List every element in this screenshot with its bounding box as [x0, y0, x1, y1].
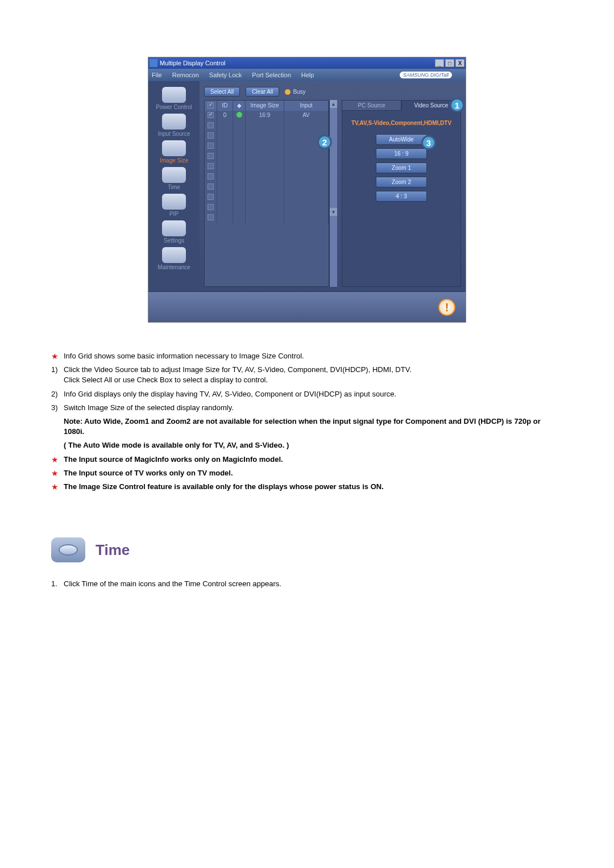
- tab-pc-source[interactable]: PC Source: [342, 100, 401, 111]
- table-row[interactable]: [205, 141, 329, 152]
- row-checkbox[interactable]: [208, 204, 214, 210]
- right-panel: PC Source Video Source 1 TV,AV,S-Video,C…: [342, 100, 461, 287]
- sidebar-item-label: Input Source: [151, 131, 197, 137]
- window-title: Multiple Display Control: [160, 60, 435, 66]
- brand-label: SAMSUNG DIGITall: [400, 72, 452, 78]
- menu-safety-lock[interactable]: Safety Lock: [209, 72, 242, 78]
- settings-icon: [162, 220, 186, 236]
- scroll-up-icon[interactable]: ▲: [330, 100, 337, 108]
- time-heading-icon-inner: [59, 544, 78, 556]
- cell-id: 0: [217, 111, 233, 121]
- callout-1: 1: [450, 98, 464, 112]
- row-checkbox[interactable]: [208, 194, 214, 200]
- sidebar-item-label: Image Size: [151, 157, 197, 164]
- table-row[interactable]: [205, 131, 329, 141]
- minimize-button[interactable]: _: [435, 59, 444, 67]
- doc-text: The Image Size Control feature is availa…: [64, 482, 384, 491]
- doc-line: The Image Size Control feature is availa…: [51, 482, 563, 492]
- menu-port-selection[interactable]: Port Selection: [252, 72, 291, 78]
- select-all-button[interactable]: Select All: [204, 87, 240, 97]
- sidebar-item-time[interactable]: Time: [151, 167, 197, 190]
- row-checkbox[interactable]: [208, 132, 214, 139]
- menu-file[interactable]: File: [152, 72, 162, 78]
- doc-note: Note: Auto Wide, Zoom1 and Zoom2 are not…: [51, 416, 563, 437]
- image-size-icon: [162, 140, 186, 156]
- maximize-button[interactable]: □: [445, 59, 454, 67]
- doc-num: 3): [51, 403, 58, 413]
- cell-size: 16:9: [246, 111, 284, 121]
- doc-line: 1.Click Time of the main icons and the T…: [51, 579, 563, 588]
- row-checkbox[interactable]: [208, 183, 214, 190]
- doc-text: Click the Video Source tab to adjust Ima…: [64, 365, 412, 374]
- doc-text: Switch Image Size of the selected displa…: [64, 403, 234, 412]
- table-row[interactable]: [205, 193, 329, 203]
- close-button[interactable]: X: [455, 59, 464, 67]
- callout-2: 2: [317, 135, 332, 149]
- clear-all-button[interactable]: Clear All: [246, 87, 279, 97]
- option-4-3[interactable]: 4 : 3: [376, 191, 427, 202]
- row-checkbox[interactable]: [208, 112, 214, 118]
- app-window: Multiple Display Control _ □ X File Remo…: [148, 57, 466, 323]
- row-checkbox[interactable]: [208, 153, 214, 159]
- sidebar-item-pip[interactable]: PIP: [151, 194, 197, 217]
- doc-body: Info Grid shows some basic information n…: [51, 351, 563, 588]
- row-checkbox[interactable]: [208, 163, 214, 169]
- menu-remocon[interactable]: Remocon: [172, 72, 199, 78]
- col-image-size: Image Size: [246, 101, 284, 111]
- option-zoom1[interactable]: Zoom 1: [376, 162, 427, 173]
- doc-num: 2): [51, 389, 58, 399]
- doc-text: Click Time of the main icons and the Tim…: [64, 579, 281, 588]
- table-row[interactable]: [205, 121, 329, 131]
- table-row[interactable]: [205, 162, 329, 172]
- power-icon: [162, 87, 186, 103]
- callout-3: 3: [421, 135, 436, 150]
- col-input: Input: [284, 101, 329, 111]
- sidebar-item-settings[interactable]: Settings: [151, 220, 197, 244]
- sidebar-item-input-source[interactable]: Input Source: [151, 114, 197, 137]
- sidebar-item-power-control[interactable]: Power Control: [151, 87, 197, 110]
- row-checkbox[interactable]: [208, 143, 214, 149]
- table-row[interactable]: [205, 152, 329, 162]
- busy-label: Busy: [293, 89, 305, 95]
- doc-line: 1)Click the Video Source tab to adjust I…: [51, 365, 563, 385]
- option-autowide[interactable]: AutoWide: [376, 134, 427, 145]
- menubar: File Remocon Safety Lock Port Selection …: [148, 69, 466, 81]
- table-row[interactable]: [205, 182, 329, 193]
- doc-line: The Input source of TV works only on TV …: [51, 468, 563, 478]
- sidebar-item-maintenance[interactable]: Maintenance: [151, 247, 197, 270]
- table-row[interactable]: [205, 203, 329, 213]
- option-zoom2[interactable]: Zoom 2: [376, 177, 427, 187]
- scrollbar[interactable]: ▲ ▼: [329, 100, 337, 287]
- busy-indicator: Busy: [285, 89, 305, 95]
- col-id: ID: [217, 101, 233, 111]
- sidebar-item-label: Time: [151, 184, 197, 190]
- doc-text: Note: Auto Wide, Zoom1 and Zoom2 are not…: [64, 417, 541, 436]
- doc-line: Info Grid shows some basic information n…: [51, 351, 563, 361]
- table-row[interactable]: 0 16:9 AV: [205, 111, 329, 121]
- table-row[interactable]: [205, 172, 329, 182]
- panel-label: TV,AV,S-Video,Component,HDMI,DTV: [347, 120, 456, 126]
- option-16-9[interactable]: 16 : 9: [376, 148, 427, 159]
- doc-note: ( The Auto Wide mode is available only f…: [51, 440, 563, 450]
- sidebar-item-image-size[interactable]: Image Size: [151, 140, 197, 164]
- sidebar-item-label: Power Control: [151, 104, 197, 110]
- row-checkbox[interactable]: [208, 214, 214, 220]
- info-grid: ID ◆ Image Size Input 0 16:9 AV: [204, 100, 337, 287]
- doc-num: 1): [51, 365, 58, 375]
- doc-line: 3)Switch Image Size of the selected disp…: [51, 403, 563, 413]
- doc-text: Click Select All or use Check Box to sel…: [64, 375, 268, 384]
- warning-icon: !: [438, 299, 455, 316]
- menu-help[interactable]: Help: [301, 72, 314, 78]
- table-row[interactable]: [205, 213, 329, 223]
- sidebar: Power Control Input Source Image Size Ti…: [148, 81, 200, 291]
- header-checkbox[interactable]: [208, 102, 214, 108]
- scroll-down-icon[interactable]: ▼: [330, 208, 337, 216]
- sidebar-item-label: Settings: [151, 237, 197, 244]
- doc-text: Info Grid displays only the display havi…: [64, 390, 396, 398]
- titlebar: Multiple Display Control _ □ X: [148, 57, 466, 69]
- row-checkbox[interactable]: [208, 173, 214, 180]
- app-icon: [150, 59, 157, 67]
- doc-text: The Input source of TV works only on TV …: [64, 469, 233, 477]
- row-checkbox[interactable]: [208, 122, 214, 128]
- main-panel: Select All Clear All Busy ID ◆ Image Siz…: [200, 81, 466, 291]
